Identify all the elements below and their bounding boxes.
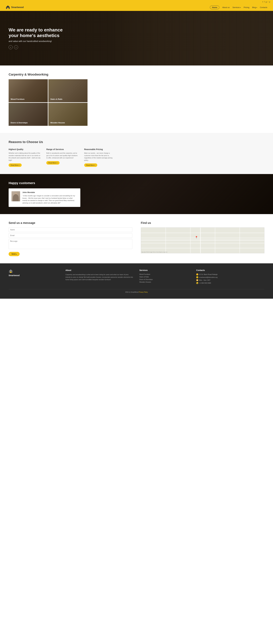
svg-rect-4 (9, 7, 10, 9)
twitter-icon[interactable]: t (262, 1, 263, 3)
main-nav: Home About us Services Pricing Blog Cont… (210, 6, 267, 9)
clock-icon: ⏰ (196, 279, 198, 281)
footer-phone-line: 📞 +1 800 559 6580 (196, 282, 265, 284)
carpentry-section: Carpentry & Woodworking Wood Furniture S… (0, 66, 273, 133)
footer-service-link-0[interactable]: Wood Furniture (139, 274, 191, 275)
logo-icon (6, 5, 10, 10)
logo-text: Smartwood (11, 6, 24, 8)
testimonial-text: John Mondale " A few months ago I began … (22, 191, 77, 204)
nav-blog[interactable]: Blog (252, 6, 257, 8)
googleplus-icon[interactable]: g (266, 1, 267, 3)
main-header: Smartwood Home About us Services Pricing… (0, 4, 273, 11)
grid-item-wood-furniture[interactable]: Wood Furniture (8, 79, 48, 102)
carpentry-grid: Wood Furniture Stairs & Rails Doors & Do… (8, 79, 87, 126)
footer-about-text: Carpentry and woodworking is what we've … (65, 274, 134, 281)
hero-content: We are ready to enhance your home's aest… (0, 22, 71, 55)
contact-section: Send us a message Send Find us 📍 Map dat… (0, 214, 273, 263)
footer-about-title: About (65, 269, 134, 272)
svg-rect-8 (9, 271, 9, 273)
footer-logo-name: Smartwood (8, 274, 19, 276)
footer-address: 22 St. Black Road Raleigh (199, 274, 218, 275)
reason-item-quality: Highest Quality Whether we're talking ab… (8, 148, 41, 167)
facebook-icon[interactable]: f (264, 1, 265, 3)
location-icon: 📍 (196, 274, 198, 276)
reason-quality-btn[interactable]: Read More (8, 164, 22, 167)
contact-title: Send us a message (8, 221, 132, 224)
avatar (11, 191, 20, 201)
svg-marker-1 (6, 6, 10, 7)
reason-pricing-btn[interactable]: Read More (84, 164, 97, 167)
contact-form: Send us a message Send (8, 221, 132, 256)
footer-services: Services Wood Furniture Stairs & Rails D… (139, 269, 191, 285)
customers-title: Happy customers (8, 181, 265, 185)
hero-subtitle: and value with our handcrafted woodworki… (8, 40, 62, 42)
map-pin: 📍 (195, 236, 198, 239)
find-us-title: Find us (141, 221, 265, 224)
footer-service-link-1[interactable]: Stairs & Rails (139, 276, 191, 278)
reasons-section: Reasons to Choose Us Highest Quality Whe… (0, 133, 273, 174)
phone-icon: 📞 (196, 282, 198, 284)
svg-rect-3 (6, 7, 6, 9)
top-social-bar: t f g i y (0, 0, 273, 4)
carpentry-title: Carpentry & Woodworking (8, 73, 265, 76)
grid-item-doors[interactable]: Doors & Doorsteps (8, 103, 48, 126)
footer: Smartwood About Carpentry and woodworkin… (0, 263, 273, 299)
footer-bottom: 2016 (c) SmartWood Privacy Policy (8, 289, 265, 293)
footer-logo: Smartwood (8, 269, 60, 285)
footer-address-line: 📍 22 St. Black Road Raleigh (196, 274, 265, 276)
grid-label-wood-furniture: Wood Furniture (11, 98, 24, 100)
footer-contacts-title: Contacts (196, 269, 265, 272)
logo[interactable]: Smartwood (6, 5, 24, 10)
footer-contacts: Contacts 📍 22 St. Black Road Raleigh ✉ s… (196, 269, 265, 285)
footer-services-title: Services (139, 269, 191, 272)
hero-section: We are ready to enhance your home's aest… (0, 11, 273, 66)
reason-item-range: Range of Services Both in woodworks and … (46, 148, 78, 167)
reasons-title: Reasons to Choose Us (8, 140, 265, 144)
name-input[interactable] (8, 228, 132, 232)
nav-contacts[interactable]: Contacts (260, 6, 267, 8)
reason-quality-desc: Whether we're talking about the quality … (8, 152, 41, 162)
reason-item-pricing: Reasonable Pricing Mark our words – we n… (84, 148, 116, 167)
testimonial-card: John Mondale " A few months ago I began … (8, 188, 80, 207)
footer-copyright: 2016 (c) SmartWood (125, 291, 138, 293)
grid-item-wooden-houses[interactable]: Wooden Houses (48, 103, 87, 126)
testimonial-quote: " A few months ago I began to consider a… (22, 194, 77, 204)
footer-grid: Smartwood About Carpentry and woodworkin… (8, 269, 265, 285)
reason-range-desc: Both in woodworks and the carpentry, we'… (46, 152, 78, 159)
privacy-policy-link[interactable]: Privacy Policy (139, 291, 148, 293)
message-input[interactable] (8, 239, 132, 249)
nav-services[interactable]: Services (232, 6, 241, 8)
hero-controls: ‹ › (8, 45, 62, 49)
send-button[interactable]: Send (8, 252, 20, 256)
svg-marker-6 (9, 269, 13, 271)
email-input[interactable] (8, 233, 132, 238)
footer-hours-line: ⏰ Mon - Sun: 24/7 (196, 279, 265, 281)
grid-item-stairs-rails[interactable]: Stairs & Rails (48, 79, 87, 102)
footer-hours: Mon - Sun: 24/7 (199, 279, 210, 281)
email-icon: ✉ (196, 276, 198, 278)
footer-logo-icon (8, 269, 13, 274)
grid-label-doors: Doors & Doorsteps (11, 122, 27, 124)
reason-quality-title: Highest Quality (8, 148, 41, 150)
nav-about[interactable]: About us (222, 6, 230, 8)
nav-pricing[interactable]: Pricing (244, 6, 249, 8)
instagram-icon[interactable]: i (268, 1, 268, 3)
testimonial-name: John Mondale (22, 191, 77, 194)
hero-title: We are ready to enhance your home's aest… (8, 27, 62, 38)
footer-phone: +1 800 559 6580 (199, 282, 211, 284)
svg-rect-9 (12, 271, 13, 273)
grid-label-wooden-houses: Wooden Houses (50, 122, 65, 124)
hero-next-btn[interactable]: › (14, 45, 18, 49)
svg-rect-2 (7, 8, 8, 9)
footer-email: smartwood@demolink.org (199, 276, 218, 278)
nav-home[interactable]: Home (210, 6, 219, 9)
hero-prev-btn[interactable]: ‹ (8, 45, 13, 49)
footer-about: About Carpentry and woodworking is what … (65, 269, 134, 285)
footer-email-line: ✉ smartwood@demolink.org (196, 276, 265, 278)
footer-service-link-3[interactable]: Wooden Houses (139, 281, 191, 283)
youtube-icon[interactable]: y (269, 1, 270, 3)
footer-service-link-2[interactable]: Doors & Doorsteps (139, 278, 191, 280)
reason-range-btn[interactable]: Read More (46, 161, 59, 164)
map[interactable]: 📍 Map data ©2016 Google Terms of Use Rep… (141, 228, 265, 253)
customers-section: Happy customers John Mondale " A few mon… (0, 174, 273, 214)
